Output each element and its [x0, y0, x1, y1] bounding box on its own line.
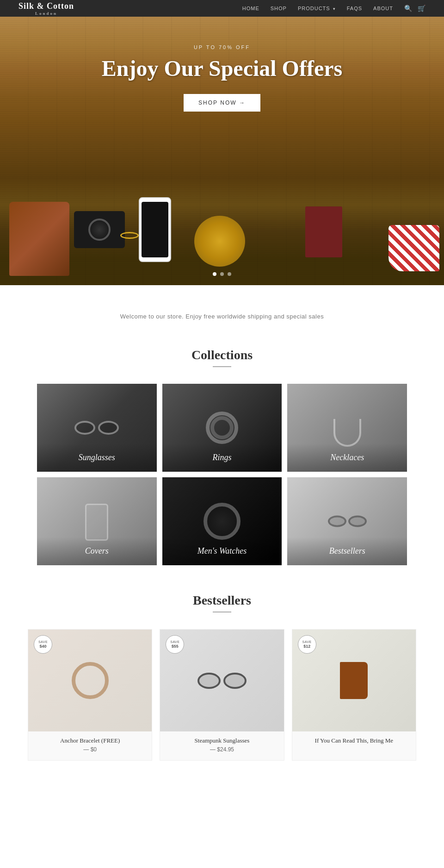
- hero-bag-item: [9, 202, 69, 276]
- lens-right: [98, 421, 119, 435]
- bestsellers-divider: [213, 612, 231, 612]
- collections-divider: [213, 366, 231, 367]
- welcome-section: Welcome to our store. Enjoy free worldwi…: [0, 285, 444, 338]
- collection-covers[interactable]: Covers: [37, 477, 157, 565]
- search-icon[interactable]: 🔍: [404, 5, 412, 12]
- welcome-text: Welcome to our store. Enjoy free worldwi…: [18, 313, 426, 320]
- bestsellers-title: Bestsellers: [28, 593, 416, 608]
- sunglass-lens-right: [223, 673, 247, 689]
- nav-products[interactable]: PRODUCTS ▾: [298, 6, 336, 11]
- product-price-sunglasses: — $24.95: [160, 746, 284, 753]
- logo-text: Silk & Cotton: [18, 1, 74, 11]
- hero-dot-2[interactable]: [220, 272, 224, 276]
- bracelet-icon: [72, 662, 109, 699]
- collection-bestsellers[interactable]: Bestsellers: [287, 477, 407, 565]
- sunglasses-decoration: [74, 421, 119, 435]
- collection-necklaces-label: Necklaces: [287, 443, 407, 472]
- collection-watches-label: Men's Watches: [162, 537, 282, 565]
- logo[interactable]: Silk & Cotton London: [18, 1, 74, 16]
- save-word-1: SAVE: [38, 640, 48, 644]
- bs-lens-right: [348, 516, 367, 527]
- hero-section: UP TO 70% OFF Enjoy Our Special Offers S…: [0, 17, 444, 285]
- collections-section: Collections Sunglasses Rings: [0, 338, 444, 584]
- save-badge-bracelet: SAVE $40: [34, 635, 52, 654]
- nav-faqs[interactable]: FAQS: [347, 6, 362, 11]
- bs-lens-left: [328, 516, 346, 527]
- hero-compass-item: [194, 216, 245, 267]
- nav-about[interactable]: ABOUT: [373, 6, 393, 11]
- collection-rings-label: Rings: [162, 443, 282, 472]
- bestsellers-sunglasses-decoration: [328, 516, 367, 527]
- collection-covers-label: Covers: [37, 537, 157, 565]
- collections-title: Collections: [37, 348, 407, 362]
- hero-shoes-item: [388, 225, 439, 271]
- nav-home[interactable]: HOME: [242, 6, 259, 11]
- bestsellers-section: Bestsellers SAVE $40 Anchor Bracelet (FR…: [0, 584, 444, 779]
- product-name-book: If You Can Read This, Bring Me: [292, 731, 416, 746]
- nav-shop[interactable]: SHOP: [271, 6, 287, 11]
- collections-grid: Sunglasses Rings Necklaces Covers: [37, 384, 407, 565]
- save-badge-book: SAVE $12: [298, 635, 316, 654]
- hero-items: [0, 165, 444, 285]
- save-amount-3: $12: [303, 644, 310, 649]
- product-card-book[interactable]: SAVE $12 If You Can Read This, Bring Me: [292, 629, 416, 761]
- hero-dots: [213, 272, 231, 276]
- hero-rings-item: [120, 232, 139, 239]
- collection-sunglasses-label: Sunglasses: [37, 443, 157, 472]
- save-word-2: SAVE: [170, 640, 179, 644]
- hero-dot-3[interactable]: [228, 272, 231, 276]
- product-card-bracelet[interactable]: SAVE $40 Anchor Bracelet (FREE) — $0: [28, 629, 152, 761]
- products-grid: SAVE $40 Anchor Bracelet (FREE) — $0 SAV…: [28, 629, 416, 761]
- collection-watches[interactable]: Men's Watches: [162, 477, 282, 565]
- collection-bestsellers-label: Bestsellers: [287, 537, 407, 565]
- ring-decoration-2: [210, 416, 234, 439]
- phone-screen: [142, 202, 168, 257]
- main-nav: HOME SHOP PRODUCTS ▾ FAQS ABOUT 🔍 🛒: [242, 5, 426, 12]
- save-amount-2: $55: [172, 644, 179, 649]
- cart-icon[interactable]: 🛒: [418, 5, 426, 12]
- hero-subtitle: UP TO 70% OFF: [102, 44, 342, 50]
- nav-icons: 🔍 🛒: [404, 5, 426, 12]
- lens-left: [74, 421, 95, 435]
- hero-cta-button[interactable]: ShOP Now: [184, 94, 260, 112]
- collection-necklaces[interactable]: Necklaces: [287, 384, 407, 472]
- save-amount-1: $40: [39, 644, 46, 649]
- sunglass-lens-left: [197, 673, 221, 689]
- product-name-bracelet: Anchor Bracelet (FREE): [28, 731, 152, 746]
- hero-content: UP TO 70% OFF Enjoy Our Special Offers S…: [102, 44, 342, 112]
- hero-phone-item: [139, 197, 171, 262]
- hero-dot-1[interactable]: [213, 272, 216, 276]
- sunglasses-product-icon: [197, 673, 247, 689]
- logo-subtitle: London: [18, 11, 74, 16]
- hero-camera-item: [74, 211, 125, 248]
- header: Silk & Cotton London HOME SHOP PRODUCTS …: [0, 0, 444, 17]
- phone-cover-decoration: [85, 504, 108, 541]
- save-word-3: SAVE: [302, 640, 312, 644]
- necklace-decoration: [333, 419, 361, 447]
- book-product-icon: [340, 662, 368, 699]
- product-price-bracelet: — $0: [28, 746, 152, 753]
- product-name-sunglasses: Steampunk Sunglasses: [160, 731, 284, 746]
- hero-title: Enjoy Our Special Offers: [102, 56, 342, 81]
- collection-rings[interactable]: Rings: [162, 384, 282, 472]
- watch-decoration: [204, 503, 240, 540]
- hero-book-item: [305, 206, 342, 257]
- collection-sunglasses[interactable]: Sunglasses: [37, 384, 157, 472]
- product-card-sunglasses[interactable]: SAVE $55 Steampunk Sunglasses — $24.95: [160, 629, 284, 761]
- dropdown-chevron-icon: ▾: [333, 6, 336, 11]
